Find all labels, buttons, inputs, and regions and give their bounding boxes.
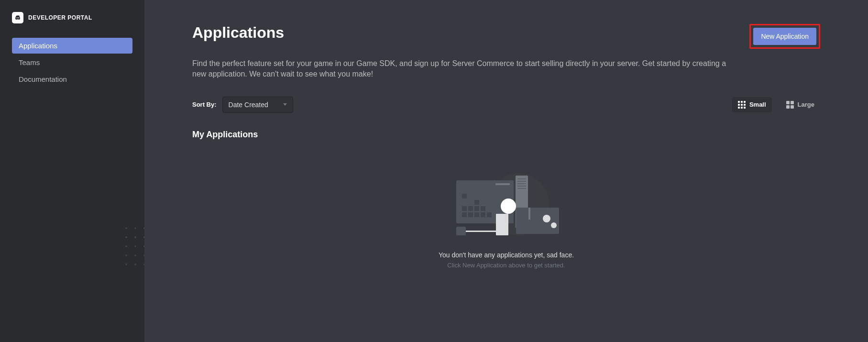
sidebar-nav: Applications Teams Documentation	[12, 38, 132, 87]
grid-large-icon	[786, 101, 794, 109]
brand-text: DEVELOPER PORTAL	[28, 14, 92, 21]
chevron-down-icon	[283, 103, 287, 106]
empty-state: You don't have any applications yet, sad…	[192, 168, 820, 269]
new-application-button[interactable]: New Application	[753, 28, 816, 45]
sidebar-item-documentation[interactable]: Documentation	[12, 71, 132, 87]
sort-label: Sort By:	[192, 101, 217, 108]
empty-subtitle: Click New Application above to get start…	[447, 262, 565, 269]
empty-title: You don't have any applications yet, sad…	[439, 251, 574, 259]
view-toggle: Small Large	[732, 97, 820, 112]
header-row: Applications New Application	[192, 24, 820, 49]
sidebar-item-teams[interactable]: Teams	[12, 55, 132, 70]
page-title: Applications	[192, 24, 284, 42]
main-content: Applications New Application Find the pe…	[144, 0, 868, 342]
view-large-button[interactable]: Large	[780, 97, 820, 112]
empty-illustration	[454, 168, 559, 243]
view-small-button[interactable]: Small	[732, 97, 772, 112]
discord-icon	[12, 12, 23, 23]
view-large-label: Large	[798, 101, 814, 108]
sort-select[interactable]: Date Created	[222, 97, 293, 113]
new-application-highlight: New Application	[749, 24, 820, 49]
sort-selected-value: Date Created	[229, 101, 268, 109]
view-small-label: Small	[749, 101, 766, 108]
page-description: Find the perfect feature set for your ga…	[192, 58, 728, 80]
controls-row: Sort By: Date Created Small Large	[192, 97, 820, 113]
grid-small-icon	[738, 101, 746, 109]
brand-logo[interactable]: DEVELOPER PORTAL	[12, 12, 132, 23]
sort-group: Sort By: Date Created	[192, 97, 293, 113]
sidebar-item-applications[interactable]: Applications	[12, 38, 132, 54]
sidebar: DEVELOPER PORTAL Applications Teams Docu…	[0, 0, 144, 342]
section-title: My Applications	[192, 130, 820, 140]
